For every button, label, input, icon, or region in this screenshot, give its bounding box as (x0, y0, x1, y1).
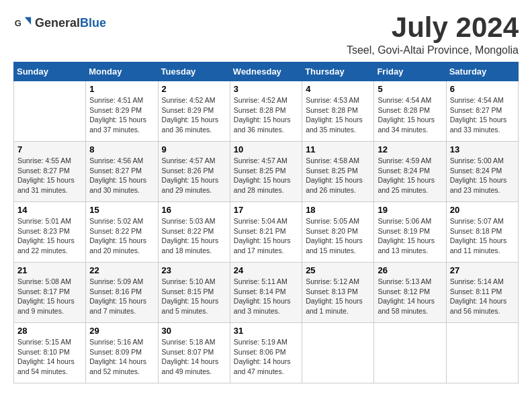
day-cell: 2Sunrise: 4:52 AM Sunset: 8:29 PM Daylig… (158, 81, 230, 142)
day-cell: 10Sunrise: 4:57 AM Sunset: 8:25 PM Dayli… (230, 142, 302, 202)
day-cell (302, 323, 374, 383)
day-cell: 16Sunrise: 5:03 AM Sunset: 8:22 PM Dayli… (158, 202, 230, 263)
day-number: 26 (378, 265, 442, 275)
week-row-5: 28Sunrise: 5:15 AM Sunset: 8:10 PM Dayli… (14, 323, 519, 383)
svg-marker-1 (25, 17, 31, 25)
header-row: SundayMondayTuesdayWednesdayThursdayFrid… (14, 62, 519, 81)
day-number: 27 (450, 265, 515, 275)
day-content: Sunrise: 5:15 AM Sunset: 8:10 PM Dayligh… (17, 337, 82, 377)
day-number: 18 (306, 205, 370, 215)
day-cell: 23Sunrise: 5:10 AM Sunset: 8:15 PM Dayli… (158, 263, 230, 323)
day-content: Sunrise: 4:58 AM Sunset: 8:25 PM Dayligh… (306, 156, 370, 195)
day-content: Sunrise: 4:59 AM Sunset: 8:24 PM Dayligh… (378, 156, 442, 195)
header-cell-wednesday: Wednesday (230, 62, 302, 81)
location-title: Tseel, Govi-Altai Province, Mongolia (347, 44, 519, 56)
day-cell: 21Sunrise: 5:08 AM Sunset: 8:17 PM Dayli… (14, 263, 86, 323)
day-number: 29 (89, 326, 154, 336)
day-number: 3 (234, 84, 298, 94)
day-number: 22 (89, 265, 154, 275)
day-content: Sunrise: 4:51 AM Sunset: 8:29 PM Dayligh… (89, 95, 154, 135)
day-content: Sunrise: 5:00 AM Sunset: 8:24 PM Dayligh… (450, 156, 515, 195)
header-cell-saturday: Saturday (446, 62, 518, 81)
day-content: Sunrise: 5:12 AM Sunset: 8:13 PM Dayligh… (306, 277, 370, 316)
day-number: 1 (89, 84, 154, 94)
day-content: Sunrise: 5:14 AM Sunset: 8:11 PM Dayligh… (450, 277, 515, 316)
day-number: 6 (450, 84, 515, 94)
day-number: 28 (17, 326, 82, 336)
day-cell: 7Sunrise: 4:55 AM Sunset: 8:27 PM Daylig… (14, 142, 86, 202)
day-number: 5 (378, 84, 442, 94)
day-number: 12 (378, 144, 442, 154)
day-content: Sunrise: 5:13 AM Sunset: 8:12 PM Dayligh… (378, 277, 442, 316)
day-cell: 9Sunrise: 4:57 AM Sunset: 8:26 PM Daylig… (158, 142, 230, 202)
day-number: 31 (234, 326, 298, 336)
logo-general: General (35, 16, 80, 30)
day-cell: 27Sunrise: 5:14 AM Sunset: 8:11 PM Dayli… (446, 263, 518, 323)
week-row-2: 7Sunrise: 4:55 AM Sunset: 8:27 PM Daylig… (14, 142, 519, 202)
day-cell: 25Sunrise: 5:12 AM Sunset: 8:13 PM Dayli… (302, 263, 374, 323)
day-cell: 4Sunrise: 4:53 AM Sunset: 8:28 PM Daylig… (302, 81, 374, 142)
svg-text:G: G (15, 18, 21, 28)
day-number: 14 (17, 205, 82, 215)
day-number: 25 (306, 265, 370, 275)
logo: G GeneralBlue (13, 13, 106, 32)
day-content: Sunrise: 4:52 AM Sunset: 8:29 PM Dayligh… (162, 95, 226, 135)
logo-blue: Blue (80, 16, 106, 30)
day-content: Sunrise: 4:54 AM Sunset: 8:27 PM Dayligh… (450, 95, 515, 135)
day-cell: 11Sunrise: 4:58 AM Sunset: 8:25 PM Dayli… (302, 142, 374, 202)
day-number: 24 (234, 265, 298, 275)
day-number: 4 (306, 84, 370, 94)
header-cell-thursday: Thursday (302, 62, 374, 81)
day-content: Sunrise: 5:01 AM Sunset: 8:23 PM Dayligh… (17, 216, 82, 256)
day-cell: 26Sunrise: 5:13 AM Sunset: 8:12 PM Dayli… (374, 263, 446, 323)
month-title: July 2024 (347, 13, 519, 42)
day-content: Sunrise: 4:52 AM Sunset: 8:28 PM Dayligh… (234, 95, 298, 135)
day-number: 17 (234, 205, 298, 215)
day-content: Sunrise: 5:08 AM Sunset: 8:17 PM Dayligh… (17, 277, 82, 316)
day-content: Sunrise: 4:55 AM Sunset: 8:27 PM Dayligh… (17, 156, 82, 195)
header-cell-sunday: Sunday (14, 62, 86, 81)
day-content: Sunrise: 5:05 AM Sunset: 8:20 PM Dayligh… (306, 216, 370, 256)
day-content: Sunrise: 5:02 AM Sunset: 8:22 PM Dayligh… (89, 216, 154, 256)
day-cell (446, 323, 518, 383)
day-cell: 24Sunrise: 5:11 AM Sunset: 8:14 PM Dayli… (230, 263, 302, 323)
title-area: July 2024 Tseel, Govi-Altai Province, Mo… (347, 13, 519, 56)
week-row-3: 14Sunrise: 5:01 AM Sunset: 8:23 PM Dayli… (14, 202, 519, 263)
day-number: 8 (89, 144, 154, 154)
day-content: Sunrise: 4:54 AM Sunset: 8:28 PM Dayligh… (378, 95, 442, 135)
day-cell: 1Sunrise: 4:51 AM Sunset: 8:29 PM Daylig… (86, 81, 158, 142)
day-content: Sunrise: 5:16 AM Sunset: 8:09 PM Dayligh… (89, 337, 154, 377)
day-cell: 18Sunrise: 5:05 AM Sunset: 8:20 PM Dayli… (302, 202, 374, 263)
header-cell-monday: Monday (86, 62, 158, 81)
day-content: Sunrise: 5:04 AM Sunset: 8:21 PM Dayligh… (234, 216, 298, 256)
day-content: Sunrise: 5:03 AM Sunset: 8:22 PM Dayligh… (162, 216, 226, 256)
day-content: Sunrise: 5:06 AM Sunset: 8:19 PM Dayligh… (378, 216, 442, 256)
header-cell-tuesday: Tuesday (158, 62, 230, 81)
day-cell: 6Sunrise: 4:54 AM Sunset: 8:27 PM Daylig… (446, 81, 518, 142)
day-number: 7 (17, 144, 82, 154)
day-number: 21 (17, 265, 82, 275)
day-cell: 28Sunrise: 5:15 AM Sunset: 8:10 PM Dayli… (14, 323, 86, 383)
day-cell (14, 81, 86, 142)
day-content: Sunrise: 5:18 AM Sunset: 8:07 PM Dayligh… (162, 337, 226, 377)
day-cell: 29Sunrise: 5:16 AM Sunset: 8:09 PM Dayli… (86, 323, 158, 383)
day-cell: 20Sunrise: 5:07 AM Sunset: 8:18 PM Dayli… (446, 202, 518, 263)
day-number: 16 (162, 205, 226, 215)
day-cell: 8Sunrise: 4:56 AM Sunset: 8:27 PM Daylig… (86, 142, 158, 202)
day-content: Sunrise: 5:19 AM Sunset: 8:06 PM Dayligh… (234, 337, 298, 377)
day-cell: 31Sunrise: 5:19 AM Sunset: 8:06 PM Dayli… (230, 323, 302, 383)
day-content: Sunrise: 5:07 AM Sunset: 8:18 PM Dayligh… (450, 216, 515, 256)
day-number: 30 (162, 326, 226, 336)
day-content: Sunrise: 4:56 AM Sunset: 8:27 PM Dayligh… (89, 156, 154, 195)
day-number: 13 (450, 144, 515, 154)
day-cell (374, 323, 446, 383)
day-number: 11 (306, 144, 370, 154)
header-cell-friday: Friday (374, 62, 446, 81)
day-content: Sunrise: 4:53 AM Sunset: 8:28 PM Dayligh… (306, 95, 370, 135)
day-cell: 3Sunrise: 4:52 AM Sunset: 8:28 PM Daylig… (230, 81, 302, 142)
day-cell: 19Sunrise: 5:06 AM Sunset: 8:19 PM Dayli… (374, 202, 446, 263)
day-number: 15 (89, 205, 154, 215)
calendar-table: SundayMondayTuesdayWednesdayThursdayFrid… (13, 62, 519, 383)
day-content: Sunrise: 5:10 AM Sunset: 8:15 PM Dayligh… (162, 277, 226, 316)
day-cell: 30Sunrise: 5:18 AM Sunset: 8:07 PM Dayli… (158, 323, 230, 383)
